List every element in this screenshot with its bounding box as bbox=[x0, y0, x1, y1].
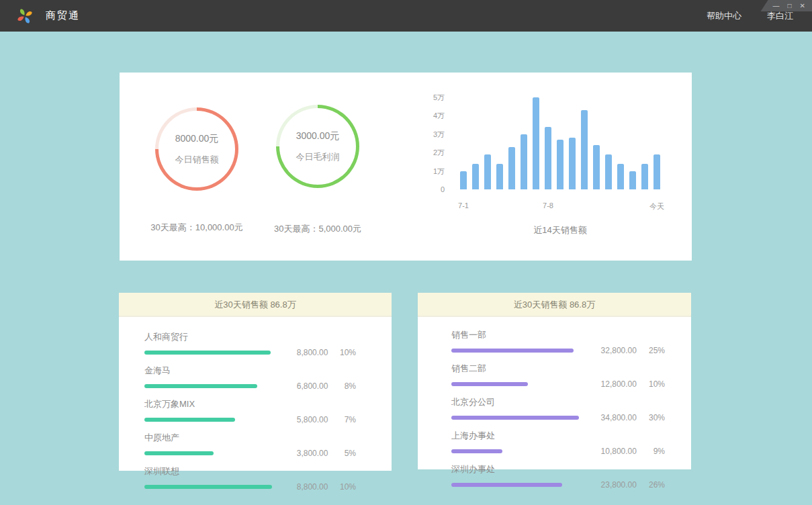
item-name: 北京万象MIX bbox=[144, 398, 356, 410]
bar bbox=[629, 171, 636, 189]
app-logo-icon bbox=[15, 6, 35, 26]
item-amount: 8,800.00 bbox=[274, 348, 328, 357]
item-progress-bar bbox=[451, 449, 502, 453]
departments-list: 销售一部32,800.0025%销售二部12,800.0010%北京分公司34,… bbox=[418, 317, 691, 490]
item-progress-bar bbox=[451, 416, 579, 420]
item-amount: 10,800.00 bbox=[583, 447, 637, 456]
list-item: 销售二部12,800.0010% bbox=[451, 363, 665, 389]
bar bbox=[653, 154, 660, 189]
item-amount: 12,800.00 bbox=[583, 379, 637, 389]
close-button[interactable]: ✕ bbox=[800, 0, 805, 11]
today-profit-label: 今日毛利润 bbox=[296, 151, 340, 163]
minimize-button[interactable]: — bbox=[773, 0, 780, 11]
today-overview-card: 8000.00元 今日销售额 30天最高：10,000.00元 3000.00元… bbox=[120, 73, 692, 261]
item-percent: 8% bbox=[328, 381, 356, 391]
item-progress-bar bbox=[144, 351, 271, 355]
x-axis-label: 7-8 bbox=[543, 201, 553, 210]
x-axis-label: 7-1 bbox=[458, 201, 469, 210]
item-progress-bar bbox=[451, 483, 562, 487]
item-amount: 32,800.00 bbox=[583, 346, 637, 355]
item-progress-bar bbox=[451, 382, 528, 386]
y-axis-tick: 1万 bbox=[422, 167, 445, 176]
item-bar-track bbox=[144, 418, 274, 422]
today-sales-30d-max: 30天最高：10,000.00元 bbox=[150, 222, 242, 234]
today-profit-section: 3000.00元 今日毛利润 30天最高：5,000.00元 bbox=[274, 73, 361, 261]
item-bar-row: 6,800.008% bbox=[144, 381, 356, 391]
customers-ranking-card: 近30天销售额 86.8万 人和商贸行8,800.0010%金海马6,800.0… bbox=[119, 293, 392, 471]
x-axis-label: 今天 bbox=[649, 201, 664, 212]
app-title: 商贸通 bbox=[46, 9, 80, 22]
bar bbox=[617, 164, 624, 189]
item-percent: 30% bbox=[637, 413, 665, 422]
item-bar-track bbox=[451, 349, 583, 353]
bar bbox=[472, 164, 479, 189]
app-window: 商贸通 帮助中心 李白江 — □ ✕ 8000.00元 今日销售额 30天最高：… bbox=[0, 0, 812, 505]
today-profit-value: 3000.00元 bbox=[296, 130, 340, 142]
item-name: 销售二部 bbox=[451, 363, 665, 375]
customers-list: 人和商贸行8,800.0010%金海马6,800.008%北京万象MIX5,80… bbox=[119, 317, 392, 492]
item-bar-row: 8,800.0010% bbox=[144, 348, 356, 357]
sales-14d-bar-chart: 5万4万3万2万1万07-17-8今天 近14天销售额 bbox=[361, 73, 692, 261]
item-progress-bar bbox=[144, 451, 214, 455]
list-item: 深圳办事处23,800.0026% bbox=[451, 463, 665, 490]
bar bbox=[521, 134, 527, 189]
item-bar-row: 3,800.005% bbox=[144, 449, 356, 458]
item-bar-row: 34,800.0030% bbox=[451, 413, 665, 422]
item-name: 金海马 bbox=[144, 365, 356, 377]
y-axis-tick: 4万 bbox=[422, 111, 445, 120]
y-axis-tick: 2万 bbox=[422, 148, 445, 157]
list-item: 金海马6,800.008% bbox=[144, 365, 356, 391]
item-bar-track bbox=[451, 416, 583, 420]
item-amount: 3,800.00 bbox=[274, 449, 328, 458]
item-amount: 34,800.00 bbox=[583, 413, 637, 422]
bar bbox=[593, 145, 600, 189]
bar bbox=[545, 127, 551, 189]
list-item: 销售一部32,800.0025% bbox=[451, 329, 665, 355]
maximize-button[interactable]: □ bbox=[788, 0, 792, 11]
today-profit-ring-center: 3000.00元 今日毛利润 bbox=[279, 108, 356, 185]
item-amount: 6,800.00 bbox=[274, 381, 328, 391]
item-name: 深圳办事处 bbox=[451, 463, 665, 475]
bar bbox=[508, 147, 515, 189]
bar-chart-caption: 近14天销售额 bbox=[460, 224, 660, 236]
item-bar-row: 8,800.0010% bbox=[144, 482, 356, 492]
user-name-link[interactable]: 李白江 bbox=[767, 10, 793, 22]
today-sales-value: 8000.00元 bbox=[175, 133, 219, 145]
item-amount: 23,800.00 bbox=[583, 480, 637, 490]
list-item: 中原地产3,800.005% bbox=[144, 432, 356, 458]
item-bar-track bbox=[144, 351, 274, 355]
item-name: 中原地产 bbox=[144, 432, 356, 444]
bar-chart-plot: 5万4万3万2万1万07-17-8今天 bbox=[422, 97, 692, 189]
today-sales-label: 今日销售额 bbox=[175, 154, 219, 166]
item-bar-track bbox=[451, 382, 583, 386]
item-bar-row: 10,800.009% bbox=[451, 447, 665, 456]
y-axis-tick: 3万 bbox=[422, 130, 445, 139]
item-percent: 10% bbox=[328, 348, 356, 357]
list-item: 上海办事处10,800.009% bbox=[451, 430, 665, 456]
item-percent: 9% bbox=[637, 447, 665, 456]
item-bar-row: 5,800.007% bbox=[144, 415, 356, 424]
customers-card-title: 近30天销售额 86.8万 bbox=[119, 293, 392, 317]
bar bbox=[460, 171, 467, 189]
item-progress-bar bbox=[144, 485, 272, 489]
titlebar: 商贸通 帮助中心 李白江 — □ ✕ bbox=[0, 0, 812, 32]
item-percent: 10% bbox=[328, 482, 356, 492]
item-bar-track bbox=[451, 449, 583, 453]
list-item: 北京分公司34,800.0030% bbox=[451, 396, 665, 422]
departments-card-title: 近30天销售额 86.8万 bbox=[418, 293, 691, 317]
list-item: 人和商贸行8,800.0010% bbox=[144, 331, 356, 357]
help-center-link[interactable]: 帮助中心 bbox=[707, 10, 741, 22]
item-bar-row: 12,800.0010% bbox=[451, 379, 665, 389]
item-bar-track bbox=[144, 384, 274, 388]
item-amount: 5,800.00 bbox=[274, 415, 328, 424]
bar bbox=[641, 164, 648, 189]
item-name: 北京分公司 bbox=[451, 396, 665, 408]
item-percent: 10% bbox=[637, 379, 665, 389]
item-bar-track bbox=[451, 483, 583, 487]
list-item: 北京万象MIX5,800.007% bbox=[144, 398, 356, 424]
item-name: 销售一部 bbox=[451, 329, 665, 341]
item-bar-row: 32,800.0025% bbox=[451, 346, 665, 355]
item-progress-bar bbox=[144, 384, 257, 388]
item-amount: 8,800.00 bbox=[274, 482, 328, 492]
dashboard: 8000.00元 今日销售额 30天最高：10,000.00元 3000.00元… bbox=[0, 32, 812, 505]
